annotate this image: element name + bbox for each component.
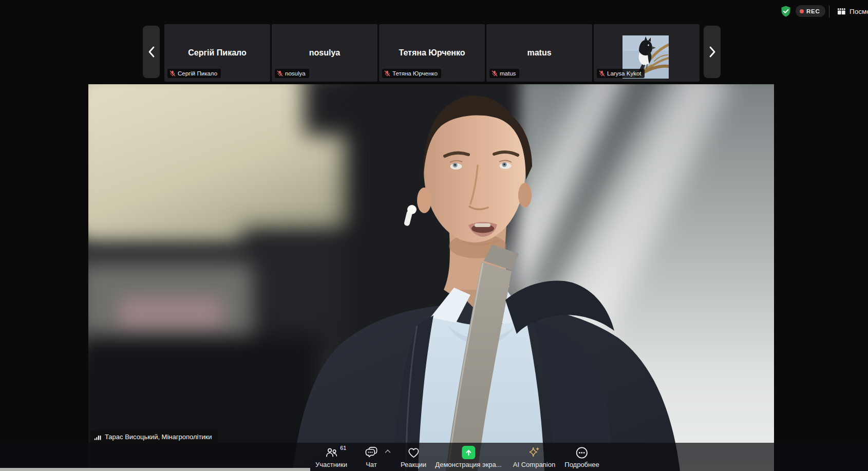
view-grid-icon	[837, 7, 846, 16]
muted-mic-icon	[599, 70, 605, 77]
participant-label: Larysa Kykot	[607, 70, 641, 77]
participant-label: nosulya	[285, 70, 306, 77]
participants-button[interactable]: 61 Участники	[315, 443, 347, 471]
active-speaker-video[interactable]	[88, 84, 774, 471]
participant-name: Сергій Пикало	[188, 48, 247, 58]
participant-name: Тетяна Юрченко	[399, 48, 465, 58]
speaker-name: Тарас Висоцький, Мінагрополітики	[105, 433, 212, 441]
participant-tile[interactable]: Larysa Kykot	[594, 24, 700, 82]
participant-label: Тетяна Юрченко	[392, 70, 438, 77]
muted-mic-icon	[384, 70, 390, 77]
view-label: Посмот	[850, 8, 868, 15]
view-button[interactable]: Посмот	[837, 6, 868, 17]
chat-button[interactable]: Чат	[365, 443, 379, 471]
ai-companion-sparkle-icon	[527, 445, 541, 460]
participant-label: matus	[500, 70, 516, 77]
chat-icon	[365, 446, 379, 460]
recording-indicator: REC	[796, 5, 825, 17]
rec-label: REC	[806, 8, 820, 14]
participant-tile[interactable]: matus matus	[486, 24, 592, 82]
more-ellipsis-icon	[575, 446, 589, 460]
speaker-person	[88, 84, 774, 471]
participant-label-pill: Тетяна Юрченко	[382, 69, 441, 78]
participant-label-pill: nosulya	[275, 69, 309, 78]
participant-label: Сергій Пикало	[178, 70, 217, 77]
participant-name: matus	[527, 48, 551, 58]
meeting-toolbar: Видео 61 Участники	[0, 443, 868, 471]
chevron-right-icon	[709, 46, 716, 58]
participant-name: nosulya	[309, 48, 340, 58]
top-bar: REC Посмот	[0, 0, 868, 23]
topbar-divider	[829, 6, 829, 17]
chevron-up-icon[interactable]	[385, 449, 391, 453]
participants-icon	[324, 446, 338, 460]
participant-label-pill: Сергій Пикало	[167, 69, 221, 78]
reactions-button[interactable]: Реакции	[401, 443, 426, 471]
participant-tile[interactable]: nosulya nosulya	[272, 24, 378, 82]
participant-label-pill: matus	[489, 69, 519, 78]
rec-dot-icon	[800, 9, 804, 13]
more-button[interactable]: Подробнее	[564, 443, 599, 471]
share-screen-icon	[462, 446, 475, 459]
muted-mic-icon	[169, 70, 176, 77]
heart-icon	[407, 446, 421, 460]
audio-level-icon	[94, 434, 101, 441]
participant-tile[interactable]: Тетяна Юрченко Тетяна Юрченко	[379, 24, 485, 82]
share-screen-button[interactable]: Демонстрация экра...	[435, 443, 501, 471]
ai-companion-button[interactable]: AI Companion	[513, 443, 555, 471]
chevron-left-icon	[148, 46, 155, 58]
active-speaker-label: Тарас Висоцький, Мінагрополітики	[90, 430, 217, 443]
security-shield-icon[interactable]	[780, 5, 792, 18]
participant-tile[interactable]: Сергій Пикало Сергій Пикало	[164, 24, 270, 82]
participant-label-pill: Larysa Kykot	[597, 69, 645, 78]
participants-count-badge: 61	[340, 445, 346, 451]
muted-mic-icon	[277, 70, 283, 77]
muted-mic-icon	[492, 70, 498, 77]
filmstrip-prev-button[interactable]	[143, 26, 160, 78]
background-window-edge	[0, 468, 310, 471]
filmstrip-next-button[interactable]	[704, 26, 721, 78]
